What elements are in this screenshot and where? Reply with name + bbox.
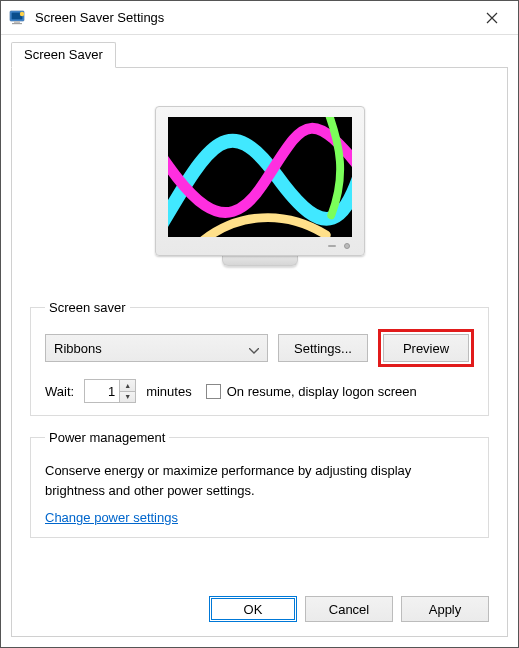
screensaver-select-value: Ribbons [54, 341, 102, 356]
power-text: Conserve energy or maximize performance … [45, 461, 474, 500]
power-management-group: Power management Conserve energy or maxi… [30, 430, 489, 538]
change-power-settings-link[interactable]: Change power settings [45, 510, 178, 525]
screensaver-legend: Screen saver [45, 300, 130, 315]
wait-spinner[interactable]: ▲ ▼ [84, 379, 136, 403]
wait-input[interactable] [85, 380, 119, 402]
preview-highlight: Preview [378, 329, 474, 367]
screensaver-preview-screen [168, 117, 352, 237]
screensaver-select[interactable]: Ribbons [45, 334, 268, 362]
cancel-button[interactable]: Cancel [305, 596, 393, 622]
dialog-body: Screen Saver [1, 35, 518, 647]
spinner-down-icon[interactable]: ▼ [120, 392, 135, 403]
spinner-up-icon[interactable]: ▲ [120, 380, 135, 392]
tab-panel: Screen saver Ribbons Settings... Preview [11, 67, 508, 637]
close-button[interactable] [472, 4, 512, 32]
app-icon [9, 9, 27, 27]
tab-screen-saver[interactable]: Screen Saver [11, 42, 116, 68]
svg-point-4 [20, 11, 24, 15]
svg-rect-2 [14, 21, 20, 23]
on-resume-checkbox[interactable] [206, 384, 221, 399]
wait-label: Wait: [45, 384, 74, 399]
preview-button[interactable]: Preview [383, 334, 469, 362]
svg-rect-3 [12, 23, 22, 24]
title-bar: Screen Saver Settings [1, 1, 518, 35]
window-title: Screen Saver Settings [35, 10, 472, 25]
dialog-window: Screen Saver Settings Screen Saver [0, 0, 519, 648]
monitor-preview [30, 86, 489, 286]
dialog-buttons: OK Cancel Apply [30, 586, 489, 622]
settings-button[interactable]: Settings... [278, 334, 368, 362]
power-legend: Power management [45, 430, 169, 445]
chevron-down-icon [249, 342, 259, 357]
on-resume-label: On resume, display logon screen [227, 384, 417, 399]
ok-button[interactable]: OK [209, 596, 297, 622]
wait-unit: minutes [146, 384, 192, 399]
apply-button[interactable]: Apply [401, 596, 489, 622]
screensaver-group: Screen saver Ribbons Settings... Preview [30, 300, 489, 416]
